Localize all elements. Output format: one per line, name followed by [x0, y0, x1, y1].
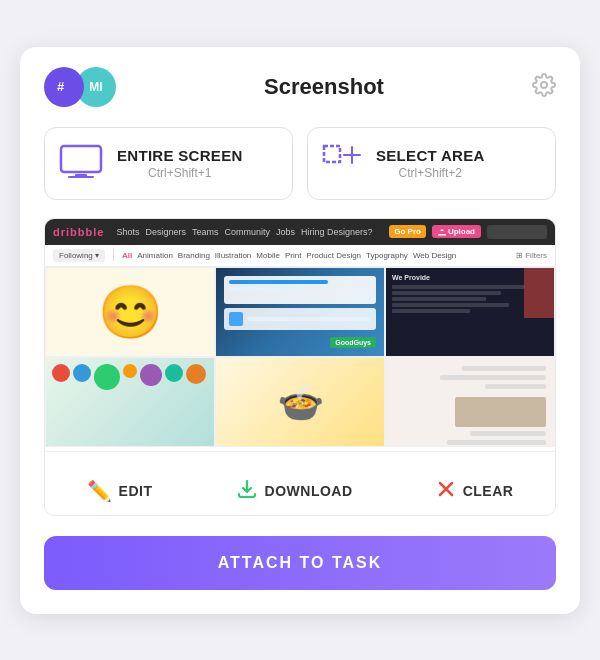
- entire-screen-shortcut: Ctrl+Shift+1: [117, 166, 243, 180]
- select-area-button[interactable]: SELECT AREA Ctrl+Shift+2: [307, 127, 556, 200]
- preview-cell-5: 🍲: [215, 357, 385, 447]
- preview-cell-1: 😊: [45, 267, 215, 357]
- select-area-label: SELECT AREA: [376, 147, 485, 164]
- edit-icon: ✏️: [87, 479, 112, 503]
- clear-button[interactable]: CLEAR: [426, 475, 524, 508]
- divider: [45, 451, 555, 452]
- main-card: # MI Screenshot: [20, 47, 580, 614]
- preview-grid: 😊 GoodGuys: [45, 267, 555, 447]
- preview-nav: dribbble Shots Designers Teams Community…: [45, 219, 555, 245]
- preview-cell-2: GoodGuys: [215, 267, 385, 357]
- options-row: ENTIRE SCREEN Ctrl+Shift+1 SELECT AREA C…: [44, 127, 556, 200]
- preview-cell-6: [385, 357, 555, 447]
- entire-screen-label: ENTIRE SCREEN: [117, 147, 243, 164]
- entire-screen-button[interactable]: ENTIRE SCREEN Ctrl+Shift+1: [44, 127, 293, 200]
- preview-nav-links: Shots Designers Teams Community Jobs Hir…: [116, 227, 372, 237]
- svg-rect-2: [61, 146, 101, 172]
- gear-icon[interactable]: [532, 73, 556, 101]
- preview-brand: dribbble: [53, 226, 104, 238]
- select-area-shortcut: Ctrl+Shift+2: [376, 166, 485, 180]
- edit-label: EDIT: [119, 483, 153, 499]
- svg-rect-5: [324, 146, 340, 162]
- preview-area: dribbble Shots Designers Teams Community…: [44, 218, 556, 516]
- preview-filter-bar: Following ▾ All Animation Branding Illus…: [45, 245, 555, 267]
- attach-to-task-button[interactable]: ATTACH TO TASK: [44, 536, 556, 590]
- download-button[interactable]: DOWNLOAD: [226, 474, 363, 509]
- clear-label: CLEAR: [463, 483, 514, 499]
- clear-icon: [436, 479, 456, 504]
- actions-row: ✏️ EDIT DOWNLOAD: [45, 464, 555, 515]
- select-area-icon: [322, 144, 362, 183]
- preview-nav-right: Go Pro Upload: [389, 225, 547, 239]
- preview-search: [487, 225, 547, 239]
- avatar-h: #: [44, 67, 84, 107]
- avatar-group: # MI: [44, 67, 116, 107]
- page-title: Screenshot: [116, 74, 532, 100]
- edit-button[interactable]: ✏️ EDIT: [77, 475, 163, 507]
- header: # MI Screenshot: [44, 67, 556, 107]
- svg-point-1: [541, 82, 547, 88]
- download-icon: [236, 478, 258, 505]
- preview-cell-3: We Provide: [385, 267, 555, 357]
- download-label: DOWNLOAD: [265, 483, 353, 499]
- svg-text:#: #: [57, 79, 65, 94]
- svg-rect-8: [438, 234, 446, 236]
- monitor-icon: [59, 144, 103, 183]
- preview-cell-4: [45, 357, 215, 447]
